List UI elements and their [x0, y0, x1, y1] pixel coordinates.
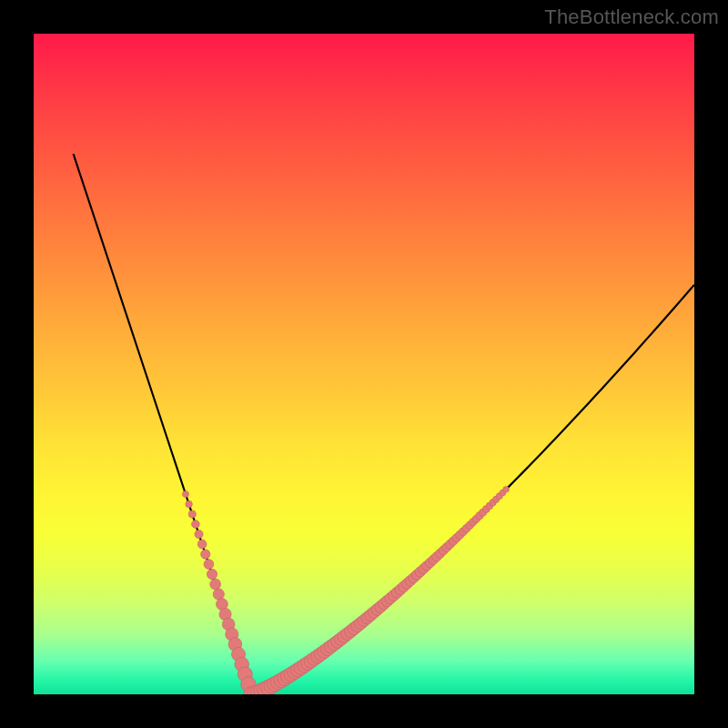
chart-container: TheBottleneck.com: [0, 0, 728, 728]
bead-marker: [195, 530, 203, 538]
bead-marker: [503, 486, 510, 492]
watermark-text: TheBottleneck.com: [544, 5, 719, 29]
bead-marker: [183, 491, 189, 498]
bead-marker: [192, 521, 200, 529]
bead-marker: [186, 500, 193, 508]
bead-marker: [197, 540, 207, 549]
bead-marker: [188, 511, 196, 518]
beads-layer: [34, 34, 694, 694]
bead-marker: [204, 560, 214, 570]
bead-marker: [201, 550, 210, 559]
bead-marker: [210, 579, 221, 590]
bead-marker: [207, 569, 217, 579]
bead-markers: [183, 486, 510, 694]
bead-marker: [213, 589, 224, 600]
plot-area: [34, 34, 694, 694]
